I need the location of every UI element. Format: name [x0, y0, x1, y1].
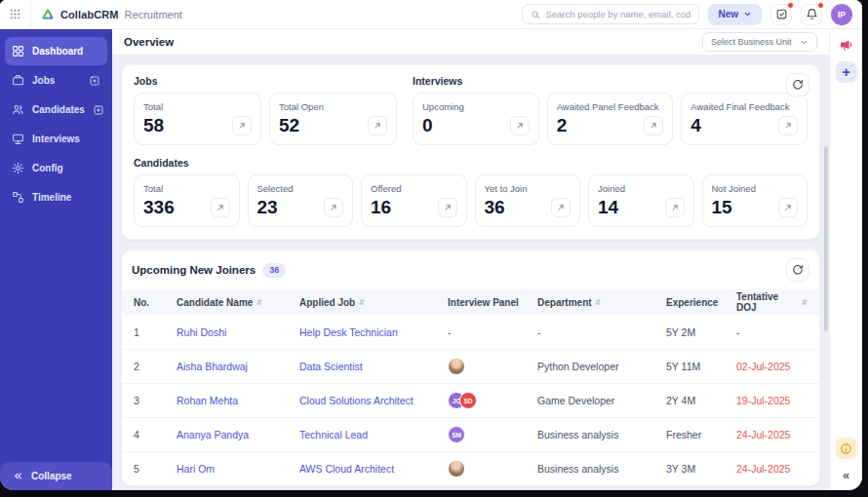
- applied-job-link[interactable]: AWS Cloud Architect: [299, 463, 448, 475]
- stat-drilldown-button[interactable]: [778, 116, 798, 135]
- panelist-avatar[interactable]: [448, 460, 465, 478]
- cell-experience: 5Y 11M: [666, 361, 736, 372]
- column-header[interactable]: Tentative DOJ⇵: [736, 291, 808, 313]
- chevron-down-icon: [800, 38, 809, 47]
- joiners-refresh-button[interactable]: [786, 258, 809, 282]
- stat-card-label: Offered: [371, 183, 457, 194]
- applied-job-link[interactable]: Cloud Solutions Architect: [299, 395, 448, 406]
- cell-experience: 2Y 4M: [666, 395, 736, 406]
- column-header: No.: [134, 297, 177, 308]
- panelist-avatar[interactable]: SM: [448, 426, 465, 443]
- stat-drilldown-button[interactable]: [665, 198, 685, 217]
- stat-drilldown-button[interactable]: [778, 198, 798, 217]
- sort-icon[interactable]: ⇵: [595, 298, 602, 307]
- search-input[interactable]: [545, 9, 690, 19]
- sidebar-item-config[interactable]: Config: [5, 154, 107, 182]
- sort-icon[interactable]: ⇵: [358, 298, 365, 307]
- module-name: Recruitment: [125, 9, 182, 20]
- column-header[interactable]: Department⇵: [537, 297, 666, 308]
- arrow-icon: [237, 121, 247, 131]
- quick-add-button[interactable]: [93, 104, 104, 116]
- stat-card: Selected23: [248, 174, 354, 227]
- cell-interview-panel: SM: [448, 426, 537, 443]
- sort-icon[interactable]: ⇵: [801, 298, 808, 307]
- content-scrollbar[interactable]: [824, 146, 828, 331]
- app-switcher-button[interactable]: [0, 0, 31, 28]
- sidebar-item-candidates[interactable]: Candidates: [5, 96, 107, 124]
- add-widget-button[interactable]: +: [836, 61, 857, 83]
- cell-no: 3: [134, 395, 177, 406]
- stat-drilldown-button[interactable]: [211, 198, 230, 217]
- help-info-button[interactable]: [836, 438, 857, 459]
- interviews-icon: [12, 133, 24, 145]
- column-header[interactable]: Candidate Name⇵: [177, 297, 299, 308]
- plusbox-icon: [89, 75, 100, 87]
- applied-job-link[interactable]: Help Desk Technician: [299, 326, 448, 338]
- candidate-name-link[interactable]: Ruhi Doshi: [177, 326, 299, 338]
- bell-icon: [806, 8, 818, 20]
- collapse-label: Collapse: [31, 471, 72, 481]
- notifications-button[interactable]: [801, 4, 822, 25]
- page-title: Overview: [124, 36, 174, 48]
- stat-group-title: Candidates: [134, 157, 808, 169]
- candidate-name-link[interactable]: Aisha Bhardwaj: [177, 361, 299, 372]
- cell-tentative-doj: -: [736, 326, 808, 338]
- quick-add-button[interactable]: [89, 75, 100, 87]
- cell-interview-panel: JCSD: [448, 392, 537, 409]
- joiners-count-badge: 36: [262, 263, 286, 278]
- cell-experience: Fresher: [666, 429, 736, 440]
- cell-interview-panel: [448, 460, 537, 478]
- sidebar-item-interviews[interactable]: Interviews: [5, 125, 107, 153]
- column-header[interactable]: Applied Job⇵: [299, 297, 448, 308]
- stat-card: Upcoming0: [413, 93, 539, 145]
- stat-drilldown-button[interactable]: [644, 116, 663, 135]
- waffle-grid-icon: [10, 9, 20, 19]
- stat-drilldown-button[interactable]: [368, 116, 387, 135]
- logo-mark-icon: [41, 8, 55, 21]
- config-icon: [12, 162, 24, 174]
- stat-card: Total58: [134, 93, 261, 145]
- sidebar-collapse-button[interactable]: Collapse: [0, 462, 112, 490]
- stat-drilldown-button[interactable]: [232, 116, 252, 135]
- tasks-button[interactable]: [770, 4, 792, 25]
- top-header: CollabCRM Recruitment New IP: [0, 0, 862, 29]
- joiners-header: Upcoming New Joiners 36: [122, 250, 819, 289]
- announcements-button[interactable]: [839, 38, 853, 53]
- stat-drilldown-button[interactable]: [510, 116, 530, 135]
- arrow-icon: [649, 121, 658, 131]
- cell-tentative-doj: 19-Jul-2025: [736, 395, 808, 406]
- stat-card: Awaited Final Feedback4: [681, 93, 808, 145]
- global-search[interactable]: [522, 4, 699, 24]
- panelist-avatar[interactable]: [448, 358, 465, 375]
- arrow-icon: [556, 203, 566, 212]
- stats-refresh-button[interactable]: [786, 73, 809, 96]
- sidebar-item-jobs[interactable]: Jobs: [5, 66, 107, 95]
- new-button[interactable]: New: [708, 4, 762, 25]
- stat-card-label: Selected: [257, 183, 344, 194]
- candidate-name-link[interactable]: Rohan Mehta: [177, 395, 299, 406]
- stat-drilldown-button[interactable]: [324, 198, 343, 217]
- applied-job-link[interactable]: Data Scientist: [299, 361, 448, 372]
- arrow-icon: [443, 203, 453, 212]
- app-logo[interactable]: CollabCRM Recruitment: [31, 8, 182, 21]
- rail-collapse-button[interactable]: «: [843, 468, 849, 482]
- candidate-name-link[interactable]: Hari Om: [177, 463, 299, 475]
- cell-department: -: [537, 326, 666, 338]
- business-unit-select[interactable]: Select Business Unit: [702, 32, 817, 52]
- stat-card: Awaited Panel Feedback2: [547, 93, 674, 145]
- cell-no: 5: [134, 463, 177, 475]
- sidebar-item-dashboard[interactable]: Dashboard: [5, 37, 107, 65]
- applied-job-link[interactable]: Technical Lead: [299, 429, 448, 440]
- table-row: 4Ananya PandyaTechnical LeadSMBusiness a…: [122, 417, 819, 451]
- sidebar-item-label: Dashboard: [32, 46, 83, 57]
- stat-drilldown-button[interactable]: [438, 198, 457, 217]
- sidebar-item-label: Candidates: [32, 104, 85, 115]
- sort-icon[interactable]: ⇵: [256, 298, 262, 307]
- joiners-table-header: No.Candidate Name⇵Applied Job⇵Interview …: [122, 289, 819, 315]
- sidebar-item-timeline[interactable]: Timeline: [5, 183, 107, 211]
- stat-drilldown-button[interactable]: [551, 198, 571, 217]
- panelist-avatar[interactable]: SD: [459, 392, 477, 409]
- user-avatar[interactable]: IP: [831, 4, 852, 25]
- candidate-name-link[interactable]: Ananya Pandya: [177, 429, 299, 440]
- dashboard-icon: [12, 45, 24, 57]
